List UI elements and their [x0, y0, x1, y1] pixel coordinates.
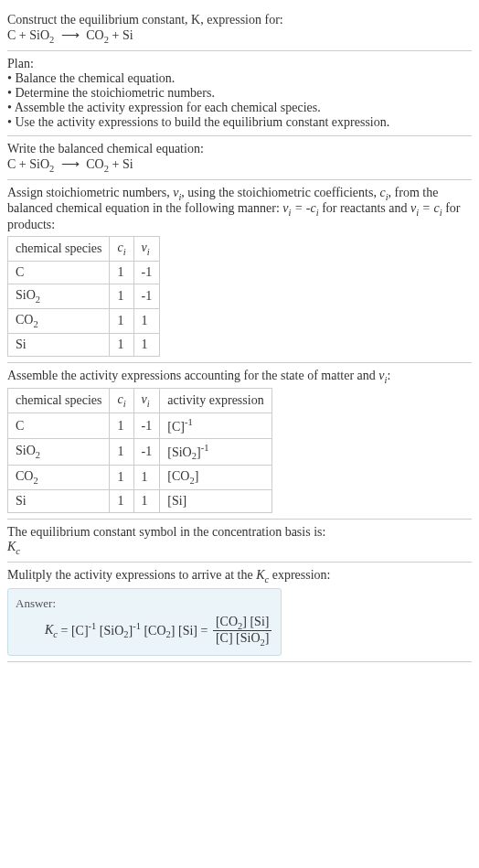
- table-header-row: chemical species ci νi activity expressi…: [8, 389, 272, 413]
- table-row: CO2 1 1 [CO2]: [8, 466, 272, 490]
- symbol-text: The equilibrium constant symbol in the c…: [7, 525, 472, 540]
- table-cell: SiO2: [8, 284, 110, 308]
- answer-label: Answer:: [16, 596, 273, 611]
- table-header: νi: [133, 389, 160, 413]
- activity-section: Assemble the activity expressions accoun…: [7, 363, 472, 520]
- stoich-section: Assign stoichiometric numbers, νi, using…: [7, 180, 472, 363]
- table-cell: 1: [110, 308, 133, 333]
- answer-equation: Kc = [C]-1 [SiO2]-1 [CO2] [Si] = [CO2] […: [16, 615, 273, 648]
- plan-item: • Balance the chemical equation.: [7, 71, 472, 86]
- arrow-icon: ⟶: [61, 27, 80, 43]
- table-cell: Si: [8, 490, 110, 513]
- activity-header: Assemble the activity expressions accoun…: [7, 369, 472, 385]
- table-cell: 1: [110, 413, 133, 439]
- table-cell: 1: [110, 490, 133, 513]
- table-cell: [C]-1: [160, 413, 271, 439]
- table-cell: 1: [110, 466, 133, 490]
- fraction: [CO2] [Si] [C] [SiO2]: [213, 615, 272, 648]
- table-cell: 1: [110, 261, 133, 284]
- table-cell: 1: [133, 308, 160, 333]
- table-cell: 1: [110, 284, 133, 308]
- fraction-num: [CO2] [Si]: [213, 615, 272, 632]
- table-row: CO2 1 1: [8, 308, 160, 333]
- table-cell: 1: [110, 333, 133, 356]
- stoich-text: Assign stoichiometric numbers, νi, using…: [7, 186, 472, 233]
- table-cell: -1: [133, 438, 160, 465]
- table-cell: 1: [133, 490, 160, 513]
- symbol-section: The equilibrium constant symbol in the c…: [7, 520, 472, 563]
- table-cell: 1: [133, 466, 160, 490]
- table-row: SiO2 1 -1: [8, 284, 160, 308]
- multiply-text: Mulitply the activity expressions to arr…: [7, 568, 472, 584]
- stoich-table: chemical species ci νi C 1 -1 SiO2 1 -1 …: [7, 236, 160, 356]
- plan-header: Plan:: [7, 57, 472, 71]
- table-cell: -1: [133, 284, 160, 308]
- prompt-section: Construct the equilibrium constant, K, e…: [7, 7, 472, 51]
- fraction-den: [C] [SiO2]: [213, 631, 272, 648]
- table-cell: Si: [8, 333, 110, 356]
- table-row: SiO2 1 -1 [SiO2]-1: [8, 438, 272, 465]
- prompt-text: Construct the equilibrium constant, K, e…: [7, 13, 472, 27]
- table-row: Si 1 1 [Si]: [8, 490, 272, 513]
- multiply-section: Mulitply the activity expressions to arr…: [7, 563, 472, 662]
- table-cell: -1: [133, 261, 160, 284]
- table-header: νi: [133, 237, 160, 262]
- table-cell: [SiO2]-1: [160, 438, 271, 465]
- balance-section: Write the balanced chemical equation: C …: [7, 136, 472, 180]
- table-cell: C: [8, 413, 110, 439]
- table-cell: [Si]: [160, 490, 271, 513]
- table-cell: [CO2]: [160, 466, 271, 490]
- activity-table: chemical species ci νi activity expressi…: [7, 388, 272, 513]
- plan-item: • Determine the stoichiometric numbers.: [7, 86, 472, 101]
- prompt-line1: Construct the equilibrium constant, K, e…: [7, 13, 283, 27]
- table-row: C 1 -1 [C]-1: [8, 413, 272, 439]
- prompt-equation: C + SiO2 ⟶ CO2 + Si: [7, 27, 472, 45]
- table-header-row: chemical species ci νi: [8, 237, 160, 262]
- table-cell: SiO2: [8, 438, 110, 465]
- plan-section: Plan: • Balance the chemical equation. •…: [7, 51, 472, 136]
- table-cell: 1: [110, 438, 133, 465]
- table-cell: CO2: [8, 308, 110, 333]
- table-row: C 1 -1: [8, 261, 160, 284]
- plan-item: • Assemble the activity expression for e…: [7, 101, 472, 115]
- table-header: activity expression: [160, 389, 271, 413]
- table-cell: CO2: [8, 466, 110, 490]
- balance-header: Write the balanced chemical equation:: [7, 142, 472, 156]
- answer-box: Answer: Kc = [C]-1 [SiO2]-1 [CO2] [Si] =…: [7, 588, 282, 657]
- plan-item: • Use the activity expressions to build …: [7, 115, 472, 130]
- arrow-icon: ⟶: [61, 156, 80, 172]
- table-header: ci: [110, 389, 133, 413]
- table-cell: -1: [133, 413, 160, 439]
- table-header: chemical species: [8, 389, 110, 413]
- table-cell: C: [8, 261, 110, 284]
- table-cell: 1: [133, 333, 160, 356]
- table-row: Si 1 1: [8, 333, 160, 356]
- table-header: chemical species: [8, 237, 110, 262]
- table-header: ci: [110, 237, 133, 262]
- balanced-equation: C + SiO2 ⟶ CO2 + Si: [7, 156, 472, 174]
- kc-symbol: Kc: [7, 540, 472, 556]
